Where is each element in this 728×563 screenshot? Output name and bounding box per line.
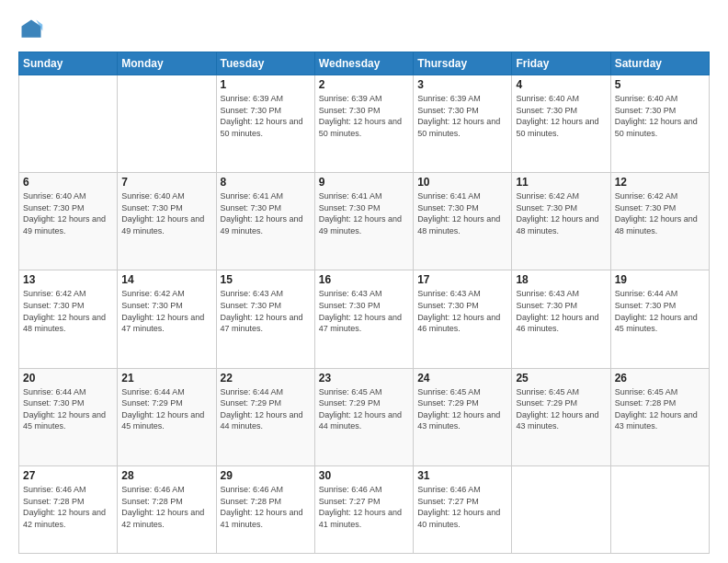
- day-number: 3: [417, 78, 507, 91]
- day-number: 2: [319, 78, 409, 91]
- calendar-cell: 17Sunrise: 6:43 AM Sunset: 7:30 PM Dayli…: [414, 270, 512, 368]
- day-number: 17: [417, 273, 507, 286]
- day-number: 8: [221, 176, 311, 189]
- day-info: Sunrise: 6:40 AM Sunset: 7:30 PM Dayligh…: [615, 93, 705, 139]
- calendar-cell: 22Sunrise: 6:44 AM Sunset: 7:29 PM Dayli…: [216, 368, 314, 465]
- calendar-cell: 3Sunrise: 6:39 AM Sunset: 7:30 PM Daylig…: [414, 75, 512, 173]
- week-row-4: 20Sunrise: 6:44 AM Sunset: 7:30 PM Dayli…: [19, 368, 710, 465]
- calendar: SundayMondayTuesdayWednesdayThursdayFrid…: [18, 52, 710, 554]
- logo: [18, 17, 48, 42]
- day-info: Sunrise: 6:45 AM Sunset: 7:29 PM Dayligh…: [516, 386, 606, 432]
- calendar-cell: 16Sunrise: 6:43 AM Sunset: 7:30 PM Dayli…: [314, 270, 413, 368]
- day-number: 31: [417, 469, 507, 482]
- day-info: Sunrise: 6:41 AM Sunset: 7:30 PM Dayligh…: [221, 190, 311, 236]
- calendar-cell: [19, 75, 118, 173]
- calendar-cell: 19Sunrise: 6:44 AM Sunset: 7:30 PM Dayli…: [610, 270, 709, 368]
- day-info: Sunrise: 6:44 AM Sunset: 7:30 PM Dayligh…: [23, 386, 113, 432]
- day-info: Sunrise: 6:43 AM Sunset: 7:30 PM Dayligh…: [319, 288, 409, 334]
- day-info: Sunrise: 6:39 AM Sunset: 7:30 PM Dayligh…: [221, 93, 311, 139]
- calendar-cell: 7Sunrise: 6:40 AM Sunset: 7:30 PM Daylig…: [118, 173, 216, 270]
- weekday-header-monday: Monday: [118, 52, 216, 75]
- calendar-cell: 28Sunrise: 6:46 AM Sunset: 7:28 PM Dayli…: [118, 465, 216, 553]
- day-number: 28: [121, 469, 211, 482]
- calendar-cell: 5Sunrise: 6:40 AM Sunset: 7:30 PM Daylig…: [610, 75, 709, 173]
- day-info: Sunrise: 6:39 AM Sunset: 7:30 PM Dayligh…: [319, 93, 409, 139]
- day-number: 27: [23, 469, 113, 482]
- day-info: Sunrise: 6:46 AM Sunset: 7:27 PM Dayligh…: [319, 484, 409, 530]
- day-info: Sunrise: 6:40 AM Sunset: 7:30 PM Dayligh…: [121, 190, 211, 236]
- day-number: 9: [319, 176, 409, 189]
- day-number: 16: [319, 273, 409, 286]
- weekday-header-row: SundayMondayTuesdayWednesdayThursdayFrid…: [19, 52, 710, 75]
- calendar-cell: 31Sunrise: 6:46 AM Sunset: 7:27 PM Dayli…: [414, 465, 512, 553]
- day-info: Sunrise: 6:40 AM Sunset: 7:30 PM Dayligh…: [23, 190, 113, 236]
- calendar-cell: 14Sunrise: 6:42 AM Sunset: 7:30 PM Dayli…: [118, 270, 216, 368]
- week-row-2: 6Sunrise: 6:40 AM Sunset: 7:30 PM Daylig…: [19, 173, 710, 270]
- header: [18, 17, 710, 42]
- weekday-header-thursday: Thursday: [414, 52, 512, 75]
- day-info: Sunrise: 6:46 AM Sunset: 7:28 PM Dayligh…: [121, 484, 211, 530]
- weekday-header-saturday: Saturday: [610, 52, 709, 75]
- calendar-cell: 23Sunrise: 6:45 AM Sunset: 7:29 PM Dayli…: [314, 368, 413, 465]
- day-info: Sunrise: 6:44 AM Sunset: 7:30 PM Dayligh…: [615, 288, 705, 334]
- calendar-cell: 10Sunrise: 6:41 AM Sunset: 7:30 PM Dayli…: [414, 173, 512, 270]
- day-number: 25: [516, 372, 606, 385]
- day-info: Sunrise: 6:45 AM Sunset: 7:29 PM Dayligh…: [319, 386, 409, 432]
- day-number: 7: [121, 176, 211, 189]
- calendar-cell: 6Sunrise: 6:40 AM Sunset: 7:30 PM Daylig…: [19, 173, 118, 270]
- calendar-cell: 25Sunrise: 6:45 AM Sunset: 7:29 PM Dayli…: [512, 368, 610, 465]
- day-info: Sunrise: 6:40 AM Sunset: 7:30 PM Dayligh…: [516, 93, 606, 139]
- day-number: 21: [121, 372, 211, 385]
- day-number: 30: [319, 469, 409, 482]
- calendar-cell: 21Sunrise: 6:44 AM Sunset: 7:29 PM Dayli…: [118, 368, 216, 465]
- calendar-cell: [118, 75, 216, 173]
- day-info: Sunrise: 6:43 AM Sunset: 7:30 PM Dayligh…: [221, 288, 311, 334]
- calendar-cell: 4Sunrise: 6:40 AM Sunset: 7:30 PM Daylig…: [512, 75, 610, 173]
- day-number: 15: [221, 273, 311, 286]
- weekday-header-tuesday: Tuesday: [216, 52, 314, 75]
- day-info: Sunrise: 6:45 AM Sunset: 7:28 PM Dayligh…: [615, 386, 705, 432]
- day-info: Sunrise: 6:42 AM Sunset: 7:30 PM Dayligh…: [23, 288, 113, 334]
- calendar-cell: 29Sunrise: 6:46 AM Sunset: 7:28 PM Dayli…: [216, 465, 314, 553]
- day-number: 1: [221, 78, 311, 91]
- calendar-cell: 2Sunrise: 6:39 AM Sunset: 7:30 PM Daylig…: [314, 75, 413, 173]
- day-info: Sunrise: 6:42 AM Sunset: 7:30 PM Dayligh…: [516, 190, 606, 236]
- day-number: 29: [221, 469, 311, 482]
- day-info: Sunrise: 6:44 AM Sunset: 7:29 PM Dayligh…: [221, 386, 311, 432]
- weekday-header-friday: Friday: [512, 52, 610, 75]
- day-number: 18: [516, 273, 606, 286]
- weekday-header-wednesday: Wednesday: [314, 52, 413, 75]
- day-info: Sunrise: 6:45 AM Sunset: 7:29 PM Dayligh…: [417, 386, 507, 432]
- logo-icon: [18, 17, 44, 42]
- day-number: 4: [516, 78, 606, 91]
- calendar-cell: [610, 465, 709, 553]
- day-number: 14: [121, 273, 211, 286]
- day-number: 5: [615, 78, 705, 91]
- day-info: Sunrise: 6:46 AM Sunset: 7:28 PM Dayligh…: [23, 484, 113, 530]
- calendar-cell: 27Sunrise: 6:46 AM Sunset: 7:28 PM Dayli…: [19, 465, 118, 553]
- calendar-cell: 1Sunrise: 6:39 AM Sunset: 7:30 PM Daylig…: [216, 75, 314, 173]
- weekday-header-sunday: Sunday: [19, 52, 118, 75]
- day-number: 6: [23, 176, 113, 189]
- day-number: 22: [221, 372, 311, 385]
- day-number: 10: [417, 176, 507, 189]
- calendar-cell: 26Sunrise: 6:45 AM Sunset: 7:28 PM Dayli…: [610, 368, 709, 465]
- day-number: 20: [23, 372, 113, 385]
- calendar-cell: 11Sunrise: 6:42 AM Sunset: 7:30 PM Dayli…: [512, 173, 610, 270]
- calendar-cell: [512, 465, 610, 553]
- calendar-cell: 20Sunrise: 6:44 AM Sunset: 7:30 PM Dayli…: [19, 368, 118, 465]
- calendar-cell: 15Sunrise: 6:43 AM Sunset: 7:30 PM Dayli…: [216, 270, 314, 368]
- day-number: 12: [615, 176, 705, 189]
- day-number: 23: [319, 372, 409, 385]
- day-info: Sunrise: 6:46 AM Sunset: 7:28 PM Dayligh…: [221, 484, 311, 530]
- calendar-cell: 13Sunrise: 6:42 AM Sunset: 7:30 PM Dayli…: [19, 270, 118, 368]
- day-info: Sunrise: 6:46 AM Sunset: 7:27 PM Dayligh…: [417, 484, 507, 530]
- calendar-cell: 9Sunrise: 6:41 AM Sunset: 7:30 PM Daylig…: [314, 173, 413, 270]
- calendar-cell: 30Sunrise: 6:46 AM Sunset: 7:27 PM Dayli…: [314, 465, 413, 553]
- day-info: Sunrise: 6:43 AM Sunset: 7:30 PM Dayligh…: [516, 288, 606, 334]
- day-number: 19: [615, 273, 705, 286]
- day-info: Sunrise: 6:42 AM Sunset: 7:30 PM Dayligh…: [615, 190, 705, 236]
- week-row-1: 1Sunrise: 6:39 AM Sunset: 7:30 PM Daylig…: [19, 75, 710, 173]
- day-number: 26: [615, 372, 705, 385]
- calendar-cell: 18Sunrise: 6:43 AM Sunset: 7:30 PM Dayli…: [512, 270, 610, 368]
